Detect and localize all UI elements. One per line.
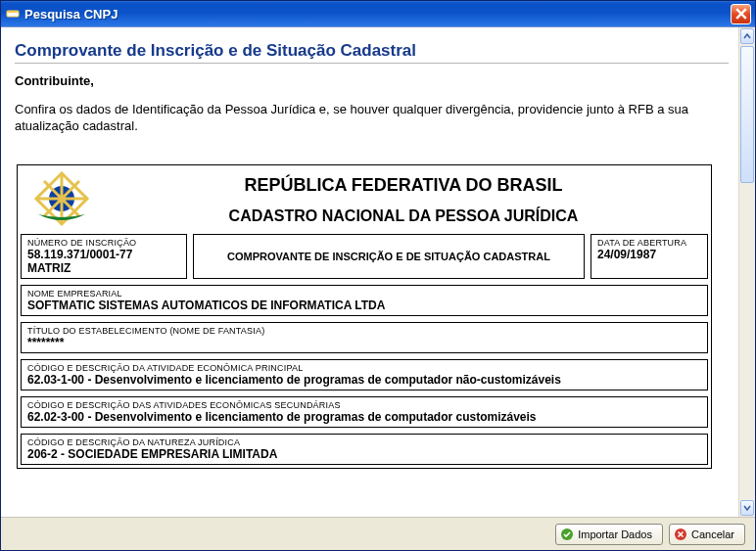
check-circle-icon [560, 528, 574, 541]
field-num-inscricao: NÚMERO DE INSCRIÇÃO 58.119.371/0001-77 M… [21, 234, 187, 279]
import-data-button[interactable]: Importar Dados [555, 524, 663, 545]
heading-divider [15, 63, 729, 64]
emblem-cell [18, 165, 96, 231]
field-titulo-estab: TÍTULO DO ESTABELECIMENTO (NOME DE FANTA… [21, 322, 708, 353]
value-natureza-juridica: 206-2 - SOCIEDADE EMPRESARIA LIMITADA [27, 447, 701, 461]
titlebar: Pesquisa CNPJ [1, 1, 755, 26]
scroll-track[interactable] [739, 45, 755, 499]
svg-rect-1 [7, 11, 19, 13]
label-natureza-juridica: CÓDIGO E DESCRIÇÃO DA NATUREZA JURÍDICA [27, 437, 701, 447]
field-natureza-juridica: CÓDIGO E DESCRIÇÃO DA NATUREZA JURÍDICA … [21, 434, 708, 465]
field-data-abertura: DATA DE ABERTURA 24/09/1987 [591, 234, 708, 279]
intro-paragraph: Confira os dados de Identificação da Pes… [15, 102, 700, 135]
value-cnae-secundarias: 62.02-3-00 - Desenvolvimento e licenciam… [27, 410, 701, 424]
vertical-scrollbar[interactable] [738, 27, 755, 517]
registry-title: CADASTRO NACIONAL DA PESSOA JURÍDICA [96, 207, 711, 225]
cancel-circle-icon [674, 528, 687, 541]
window-frame: Pesquisa CNPJ Comprovante de Inscrição e… [0, 0, 756, 551]
value-nome-empresarial: SOFTMATIC SISTEMAS AUTOMATICOS DE INFORM… [27, 298, 701, 312]
field-doc-title: COMPROVANTE DE INSCRIÇÃO E DE SITUAÇÃO C… [193, 234, 585, 279]
page-heading: Comprovante de Inscrição e de Situação C… [15, 41, 729, 61]
window-title: Pesquisa CNPJ [24, 7, 731, 22]
field-nome-empresarial: NOME EMPRESARIAL SOFTMATIC SISTEMAS AUTO… [21, 285, 708, 316]
import-data-label: Importar Dados [578, 528, 652, 540]
cancel-label: Cancelar [691, 528, 734, 540]
scroll-thumb[interactable] [740, 46, 754, 183]
cancel-button[interactable]: Cancelar [669, 524, 745, 545]
brazil-emblem-icon [32, 169, 91, 228]
cnpj-card: REPÚBLICA FEDERATIVA DO BRASIL CADASTRO … [17, 164, 712, 469]
value-data-abertura: 24/09/1987 [597, 248, 701, 261]
value-num-inscricao: 58.119.371/0001-77 [27, 248, 180, 261]
label-cnae-secundarias: CÓDIGO E DESCRIÇÃO DAS ATIVIDADES ECONÔM… [27, 400, 701, 410]
field-cnae-principal: CÓDIGO E DESCRIÇÃO DA ATIVIDADE ECONÔMIC… [21, 359, 708, 390]
header-block: REPÚBLICA FEDERATIVA DO BRASIL CADASTRO … [96, 165, 711, 231]
content-area: Comprovante de Inscrição e de Situação C… [1, 26, 755, 517]
country-title: REPÚBLICA FEDERATIVA DO BRASIL [96, 175, 711, 196]
label-num-inscricao: NÚMERO DE INSCRIÇÃO [27, 238, 180, 248]
close-icon [735, 8, 747, 20]
scroll-down-button[interactable] [740, 500, 754, 516]
value-titulo-estab: ******** [27, 336, 701, 349]
label-data-abertura: DATA DE ABERTURA [597, 238, 701, 248]
scroll-up-button[interactable] [740, 28, 754, 44]
chevron-down-icon [743, 504, 751, 512]
label-titulo-estab: TÍTULO DO ESTABELECIMENTO (NOME DE FANTA… [27, 326, 701, 336]
app-icon [5, 6, 21, 22]
value-num-inscricao-tipo: MATRIZ [27, 261, 180, 275]
label-cnae-principal: CÓDIGO E DESCRIÇÃO DA ATIVIDADE ECONÔMIC… [27, 363, 701, 373]
close-button[interactable] [731, 4, 751, 24]
salutation: Contribuinte, [15, 73, 729, 88]
label-nome-empresarial: NOME EMPRESARIAL [27, 289, 701, 298]
value-cnae-principal: 62.03-1-00 - Desenvolvimento e licenciam… [27, 373, 701, 387]
chevron-up-icon [743, 32, 751, 40]
value-doc-title: COMPROVANTE DE INSCRIÇÃO E DE SITUAÇÃO C… [227, 251, 550, 262]
field-cnae-secundarias: CÓDIGO E DESCRIÇÃO DAS ATIVIDADES ECONÔM… [21, 396, 708, 428]
document-viewport: Comprovante de Inscrição e de Situação C… [1, 27, 738, 517]
bottom-toolbar: Importar Dados Cancelar [1, 517, 755, 550]
